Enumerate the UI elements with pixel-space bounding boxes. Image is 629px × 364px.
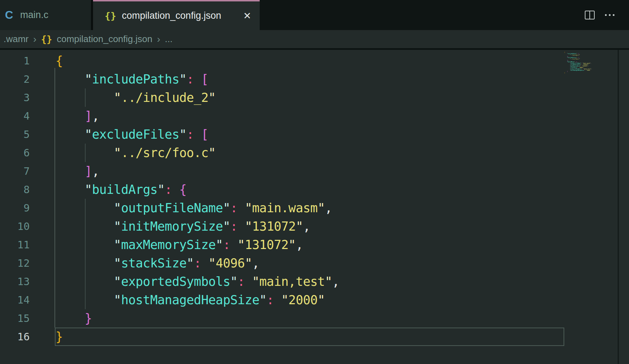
breadcrumb-item-wamr[interactable]: .wamr: [4, 34, 29, 45]
code-line-8[interactable]: "buildArgs": {: [0, 180, 562, 199]
code-line-4[interactable]: ],: [0, 107, 562, 125]
more-actions-icon[interactable]: [605, 14, 614, 16]
split-editor-icon[interactable]: [585, 11, 595, 19]
code-line-3[interactable]: "../include_2": [0, 88, 562, 107]
code-line-5[interactable]: "excludeFiles": [: [0, 125, 562, 144]
split-editor-divider: [589, 11, 590, 19]
code-line-9[interactable]: "outputFileName": "main.wasm",: [0, 199, 562, 217]
chevron-right-icon: ›: [157, 34, 160, 45]
code-line-10[interactable]: "initMemorySize": "131072",: [0, 217, 562, 236]
code-line-16[interactable]: }: [0, 328, 562, 346]
code-line-1[interactable]: {: [0, 52, 562, 70]
chevron-right-icon: ›: [33, 34, 36, 45]
breadcrumb: .wamr › {} compilation_config.json › ...: [0, 30, 629, 48]
code-line-15[interactable]: }: [0, 309, 562, 328]
c-language-icon: C: [5, 8, 13, 22]
editor-pane[interactable]: 12345678910111213141516 { "includePaths"…: [0, 50, 629, 364]
vertical-scrollbar[interactable]: [619, 50, 629, 364]
breadcrumb-item-symbol-ellipsis[interactable]: ...: [165, 34, 173, 45]
tab-label: compilation_config.json: [122, 10, 221, 21]
tab-label: main.c: [20, 10, 48, 21]
code-line-7[interactable]: ],: [0, 162, 562, 180]
minimap-line: }: [564, 73, 569, 74]
vscode-editor-window: C main.c {} compilation_config.json ✕ .w…: [0, 0, 629, 364]
minimap[interactable]: { "includePaths": [ "../include_2" ], "e…: [564, 52, 617, 91]
minimap-content: { "includePaths": [ "../include_2" ], "e…: [564, 52, 569, 74]
tab-compilation-config-json[interactable]: {} compilation_config.json ✕: [93, 0, 260, 30]
code-line-13[interactable]: "exportedSymbols": "main,test",: [0, 272, 562, 291]
code-line-6[interactable]: "../src/foo.c": [0, 144, 562, 162]
editor-actions: [585, 0, 614, 30]
tab-bar: C main.c {} compilation_config.json ✕: [0, 0, 629, 30]
breadcrumb-item-file[interactable]: compilation_config.json: [57, 34, 152, 45]
tab-main-c[interactable]: C main.c: [0, 0, 91, 30]
code-line-12[interactable]: "stackSize": "4096",: [0, 254, 562, 272]
json-braces-icon: {}: [105, 10, 116, 21]
code-line-14[interactable]: "hostManagedHeapSize": "2000": [0, 291, 562, 309]
code-area[interactable]: { "includePaths": [ "../include_2" ], "e…: [0, 52, 562, 346]
close-icon[interactable]: ✕: [243, 10, 251, 22]
code-line-11[interactable]: "maxMemorySize": "131072",: [0, 236, 562, 254]
json-braces-icon: {}: [41, 34, 52, 45]
code-line-2[interactable]: "includePaths": [: [0, 70, 562, 88]
